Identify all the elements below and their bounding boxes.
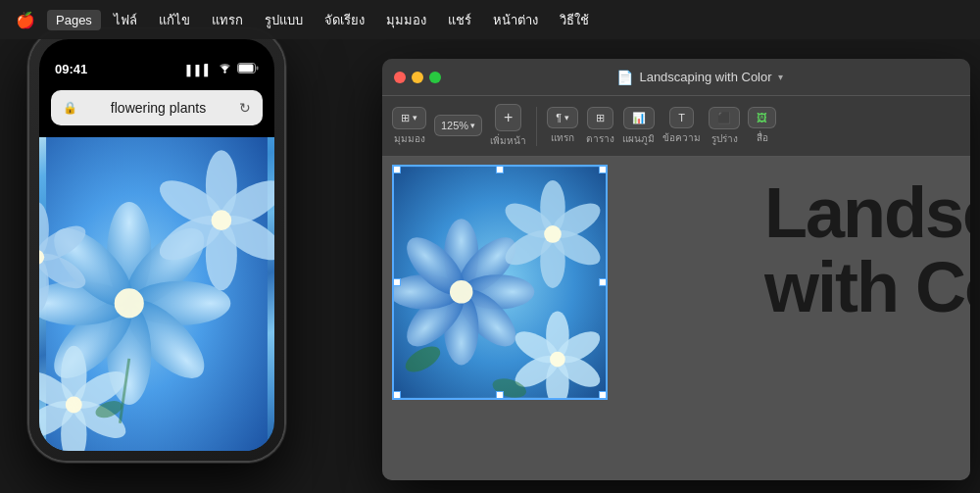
table-toolbar-button[interactable]: ⊞ ตาราง [586,107,614,146]
traffic-lights [394,72,441,83]
status-icons: ▌▌▌ [187,63,259,76]
window-title: Landscaping with Color [639,70,771,84]
menu-share[interactable]: แชร์ [439,7,480,33]
plus-icon: + [504,109,513,126]
selected-image[interactable] [392,165,608,400]
svg-point-46 [212,210,232,230]
iphone-screen: 09:41 ▌▌▌ [39,39,274,451]
address-text: flowering plants [83,100,233,116]
table-label: ตาราง [586,131,614,146]
svg-point-16 [544,225,562,243]
view-toolbar-button[interactable]: ⊞ ▾ มุมมอง [392,107,426,146]
doc-title-line1: Landscapi [764,176,970,251]
svg-point-9 [450,280,473,304]
table-icon: ⊞ [596,112,605,124]
chevron-down-icon: ▾ [564,113,569,123]
insert-label: แทรก [551,130,574,145]
wifi-icon [218,63,232,76]
chart-icon: 📊 [632,112,646,124]
view-icon: ⊞ [401,112,410,124]
selection-handle-mb[interactable] [496,391,504,399]
menu-window[interactable]: หน้าต่าง [484,7,547,33]
toolbar-divider [536,107,537,146]
battery-icon [237,63,259,76]
text-icon: T [678,112,685,123]
pages-window: 📄 Landscaping with Color ▾ ⊞ ▾ มุมมอง 12… [382,59,970,480]
text-label: ข้อความ [662,130,701,145]
reload-icon[interactable]: ↻ [239,100,251,116]
iphone-flower-svg [39,137,274,451]
chevron-down-icon: ▾ [413,113,417,123]
fullscreen-button[interactable] [429,72,441,83]
pages-canvas: Landscapi with Color [382,157,970,480]
chevron-down-icon: ▾ [470,121,475,130]
pages-titlebar: 📄 Landscaping with Color ▾ [382,59,970,96]
document-icon: 📄 [616,70,633,85]
menu-edit[interactable]: แก้ไข [150,7,199,33]
selection-handle-ml[interactable] [393,278,401,286]
svg-rect-28 [257,67,259,71]
svg-rect-29 [239,65,254,73]
selection-handle-mr[interactable] [599,278,607,286]
zoom-value: 125% [441,120,468,131]
menu-pages[interactable]: Pages [47,10,101,30]
chevron-down-icon[interactable]: ▾ [778,72,783,82]
iphone-notch [98,39,216,65]
iphone-address-bar[interactable]: 🔒 flowering plants ↻ [51,90,263,125]
view-label: มุมมอง [394,131,425,146]
selection-handle-mt[interactable] [496,166,504,173]
signal-icon: ▌▌▌ [187,64,213,75]
flower-image-svg [394,167,606,398]
menu-arrange[interactable]: จัดเรียง [316,7,373,33]
menu-help[interactable]: วิธีใช้ [551,7,598,33]
pages-toolbar: ⊞ ▾ มุมมอง 125% ▾ + เพิ่มหน้า ¶ ▾ [382,96,970,157]
menu-view[interactable]: มุมมอง [377,7,435,33]
shape-label: รูปร่าง [711,131,738,146]
media-icon: 🖼 [757,112,767,123]
lock-icon: 🔒 [63,101,77,115]
document-title-text: Landscapi with Color [764,176,970,324]
add-page-toolbar-button[interactable]: + เพิ่มหน้า [490,104,526,148]
menu-file[interactable]: ไฟล์ [105,7,146,33]
add-page-label: เพิ่มหน้า [490,133,526,148]
selection-handle-bl[interactable] [393,391,401,399]
media-toolbar-button[interactable]: 🖼 สื่อ [748,107,776,145]
menu-insert[interactable]: แทรก [203,7,252,33]
zoom-toolbar-button[interactable]: 125% ▾ [434,115,482,138]
insert-toolbar-button[interactable]: ¶ ▾ แทรก [547,107,578,145]
media-label: สื่อ [757,130,768,145]
paragraph-icon: ¶ [556,112,562,123]
mac-menubar: 🍎 Pages ไฟล์ แก้ไข แทรก รูปแบบ จัดเรียง … [0,0,980,39]
close-button[interactable] [394,72,406,83]
selection-handle-br[interactable] [599,391,607,399]
apple-menu-icon[interactable]: 🍎 [16,11,35,29]
doc-title-line2: with Color [764,251,970,325]
shape-icon: ⬛ [717,112,731,124]
status-time: 09:41 [55,62,87,76]
iphone-flower-background [39,137,274,451]
selection-handle-tr[interactable] [599,166,607,173]
window-title-area: 📄 Landscaping with Color ▾ [441,70,958,85]
svg-point-53 [66,396,82,413]
svg-point-39 [115,288,144,318]
text-toolbar-button[interactable]: T ข้อความ [662,107,701,145]
svg-point-26 [223,71,225,73]
iphone: 09:41 ▌▌▌ [29,29,284,461]
menu-format[interactable]: รูปแบบ [256,7,312,33]
shape-toolbar-button[interactable]: ⬛ รูปร่าง [709,107,740,146]
minimize-button[interactable] [412,72,423,83]
svg-point-23 [550,352,565,368]
chart-label: แผนภูมิ [622,131,655,146]
selection-handle-tl[interactable] [393,166,401,173]
chart-toolbar-button[interactable]: 📊 แผนภูมิ [622,107,655,146]
